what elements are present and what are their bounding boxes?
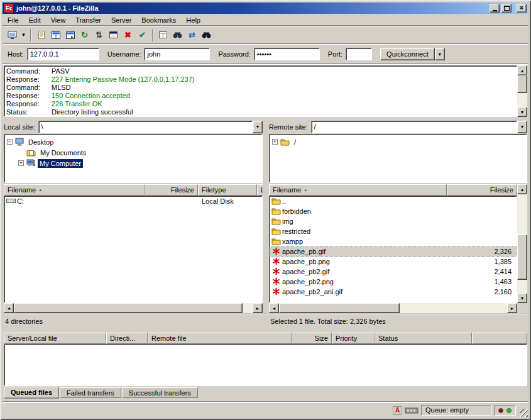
tree-item-my-documents[interactable]: My Documents (6, 147, 261, 158)
log-scrollbar[interactable]: ▲ ▼ (517, 65, 527, 117)
local-file-list[interactable]: C: Local Disk (4, 196, 263, 303)
message-log-text[interactable]: Command:PASV Response:227 Entering Passi… (4, 65, 517, 117)
tab-failed-transfers[interactable]: Failed transfers (60, 387, 121, 398)
host-input[interactable] (27, 48, 99, 60)
scroll-up-button[interactable]: ▲ (517, 65, 527, 75)
file-size: 1,385 (447, 258, 517, 265)
quickconnect-button[interactable]: Quickconnect (380, 48, 435, 60)
refresh-button[interactable]: ↻ (77, 28, 92, 42)
scrollbar-thumb[interactable] (517, 235, 527, 280)
local-file-row[interactable]: C: Local Disk (4, 196, 262, 206)
cancel-operation-button[interactable]: ✖ (121, 28, 135, 42)
maximize-button[interactable] (501, 4, 512, 13)
transfer-queue-list[interactable] (4, 344, 527, 386)
remote-file-row[interactable]: xampp (270, 236, 517, 246)
remote-file-row[interactable]: img (270, 216, 517, 226)
filter-button[interactable] (156, 28, 170, 42)
tree-item-root[interactable]: + / (271, 136, 525, 147)
port-input[interactable] (346, 48, 372, 60)
column-header-filename[interactable]: Filename▲ (4, 184, 145, 196)
scroll-down-button[interactable]: ▼ (517, 293, 527, 303)
site-manager-icon (8, 31, 18, 40)
scrollbar-thumb[interactable] (14, 303, 243, 313)
local-list-hscrollbar[interactable]: ◄ ► (4, 303, 263, 313)
remote-file-row[interactable]: apache_pb2.gif 2,414 (270, 267, 517, 277)
find-files-button[interactable] (199, 28, 214, 42)
toggle-remote-tree-button[interactable] (63, 28, 77, 42)
scroll-left-button[interactable]: ◄ (269, 303, 279, 313)
password-input[interactable] (254, 48, 320, 60)
quickconnect-dropdown-button[interactable]: ▼ (435, 48, 445, 60)
remote-list-hscrollbar[interactable]: ◄ ► (269, 303, 517, 313)
local-site-combobox[interactable]: \ ▼ (38, 121, 263, 133)
scroll-up-button[interactable]: ▲ (517, 184, 527, 194)
column-header-filesize[interactable]: Filesize (145, 184, 198, 196)
remote-file-row[interactable]: apache_pb2_ani.gif 2,160 (270, 287, 517, 297)
site-manager-dropdown-button[interactable]: ▼ (19, 28, 28, 42)
column-label: Filesize (171, 185, 194, 195)
tree-item-desktop[interactable]: − Desktop (6, 136, 261, 147)
username-input[interactable] (144, 48, 210, 60)
local-site-dropdown-button[interactable]: ▼ (253, 121, 263, 133)
expand-expander[interactable]: + (18, 160, 24, 166)
remote-file-list[interactable]: .. forbidden img restricted xampp apache… (269, 196, 517, 303)
scrollbar-thumb[interactable] (279, 303, 400, 313)
menu-bookmarks[interactable]: Bookmarks (136, 15, 181, 25)
tree-item-my-computer[interactable]: + My Computer (6, 158, 261, 169)
column-header-priority[interactable]: Priority (332, 333, 375, 344)
remote-file-row[interactable]: restricted (270, 226, 517, 236)
menu-edit[interactable]: Edit (24, 15, 46, 25)
scroll-right-button[interactable]: ► (507, 303, 517, 313)
disconnect-button[interactable]: ✔ (135, 28, 150, 42)
remote-file-row-selected[interactable]: apache_pb.gif 2,326 (270, 246, 517, 257)
toggle-queue-button[interactable]: ⇅ (92, 28, 106, 42)
pane-splitter[interactable] (264, 119, 268, 328)
remote-file-row[interactable]: apache_pb2.png 1,463 (270, 277, 517, 287)
collapse-expander[interactable]: − (7, 139, 13, 145)
column-header-filetype[interactable]: Filetype (198, 184, 257, 196)
title-bar[interactable]: Fz john@127.0.0.1 - FileZilla × (3, 3, 528, 14)
scrollbar-thumb[interactable] (517, 75, 527, 93)
tab-queued-files[interactable]: Queued files (4, 387, 59, 399)
column-header-status[interactable]: Status (375, 333, 472, 344)
remote-file-row[interactable]: forbidden (270, 206, 517, 216)
remote-site-combobox[interactable]: / ▼ (311, 121, 527, 133)
menu-file[interactable]: File (3, 15, 24, 25)
site-manager-button[interactable] (5, 28, 19, 42)
remote-site-dropdown-button[interactable]: ▼ (517, 121, 527, 133)
menu-bar: File Edit View Transfer Server Bookmarks… (3, 14, 528, 26)
toggle-local-tree-button[interactable] (48, 28, 63, 42)
column-label: Server/Local file (8, 334, 57, 343)
menu-transfer[interactable]: Transfer (70, 15, 106, 25)
resize-grip[interactable] (520, 409, 528, 417)
log-type: Command: (6, 84, 52, 92)
sync-browsing-button[interactable]: ⇄ (185, 28, 199, 42)
remote-file-row[interactable]: apache_pb.png 1,385 (270, 257, 517, 267)
scroll-right-button[interactable]: ► (253, 303, 263, 313)
compare-directories-button[interactable] (170, 28, 185, 42)
menu-server[interactable]: Server (106, 15, 136, 25)
tab-successful-transfers[interactable]: Successful transfers (122, 387, 198, 398)
queue-splitter[interactable] (3, 328, 528, 333)
remote-site-value[interactable]: / (311, 121, 517, 133)
scroll-down-button[interactable]: ▼ (517, 107, 527, 117)
remote-file-row[interactable]: .. (270, 196, 517, 206)
log-type: Response: (6, 92, 52, 100)
menu-help[interactable]: Help (181, 15, 205, 25)
column-header-filename[interactable]: Filename▲ (269, 184, 447, 196)
column-header-last-modified[interactable]: L (257, 184, 263, 196)
column-header-filesize[interactable]: Filesize (447, 184, 517, 196)
close-button[interactable]: × (517, 4, 527, 13)
menu-view[interactable]: View (46, 15, 71, 25)
expand-expander[interactable]: + (272, 139, 278, 145)
remote-list-scrollbar[interactable]: ▲ ▼ (517, 184, 527, 303)
column-header-remote-file[interactable]: Remote file (148, 333, 292, 344)
scroll-left-button[interactable]: ◄ (4, 303, 14, 313)
column-header-direction[interactable]: Directi... (106, 333, 148, 344)
column-header-server-local-file[interactable]: Server/Local file (4, 333, 106, 344)
column-header-size[interactable]: Size (292, 333, 332, 344)
minimize-button[interactable] (490, 4, 500, 13)
toggle-message-log-button[interactable] (34, 28, 48, 42)
local-site-value[interactable]: \ (38, 121, 253, 133)
process-queue-button[interactable] (106, 28, 121, 42)
